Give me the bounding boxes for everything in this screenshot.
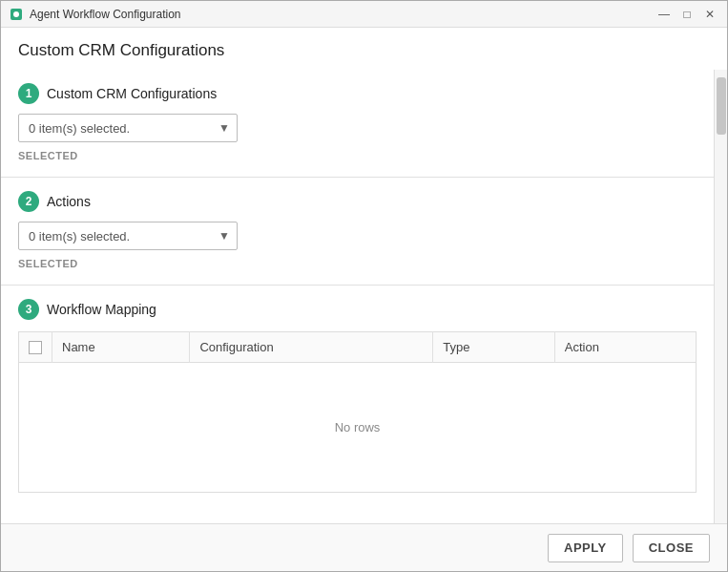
table-header-configuration: Configuration [190, 332, 433, 363]
crm-configurations-dropdown[interactable]: 0 item(s) selected. [18, 114, 238, 142]
table-header-action: Action [554, 332, 696, 363]
page-title: Custom CRM Configurations [1, 28, 727, 70]
no-rows-cell: No rows [19, 363, 697, 493]
title-bar: Agent Workflow Configuration — □ ✕ [1, 1, 727, 28]
table-header-row: Name Configuration Type Action [19, 332, 697, 363]
section1-header: 1 Custom CRM Configurations [18, 83, 697, 104]
table-header-type: Type [433, 332, 555, 363]
select-all-checkbox[interactable] [29, 341, 42, 354]
main-panel: 1 Custom CRM Configurations 0 item(s) se… [1, 70, 714, 523]
step1-badge: 1 [18, 83, 39, 104]
crm-selected-label: SELECTED [18, 150, 697, 161]
app-icon [9, 7, 24, 22]
crm-dropdown-wrapper: 0 item(s) selected. ▼ [18, 114, 238, 142]
table-header-name: Name [52, 332, 190, 363]
window-controls: — □ ✕ [655, 5, 719, 24]
table-body: No rows [19, 363, 697, 493]
step3-badge: 3 [18, 299, 39, 320]
section2-header: 2 Actions [18, 191, 697, 212]
crm-configurations-section: 1 Custom CRM Configurations 0 item(s) se… [1, 70, 714, 178]
actions-dropdown-wrapper: 0 item(s) selected. ▼ [18, 222, 238, 250]
app-window: Agent Workflow Configuration — □ ✕ Custo… [0, 0, 728, 572]
table-header-checkbox-col [19, 332, 52, 363]
section2-title: Actions [47, 194, 91, 209]
close-button[interactable]: CLOSE [633, 534, 710, 562]
footer: APPLY CLOSE [1, 523, 727, 571]
scrollbar-track[interactable] [714, 70, 727, 523]
actions-section: 2 Actions 0 item(s) selected. ▼ SELECTED [1, 178, 714, 286]
actions-dropdown[interactable]: 0 item(s) selected. [18, 222, 238, 250]
minimize-button[interactable]: — [655, 5, 674, 24]
workflow-table: Name Configuration Type Action [18, 331, 697, 493]
apply-button[interactable]: APPLY [548, 534, 623, 562]
section3-title: Workflow Mapping [47, 302, 156, 317]
select-all-checkbox-wrapper [29, 341, 42, 354]
workflow-mapping-section: 3 Workflow Mapping Name [1, 286, 714, 502]
step2-badge: 2 [18, 191, 39, 212]
scrollbar-thumb[interactable] [717, 77, 726, 135]
svg-point-1 [13, 11, 19, 17]
title-bar-text: Agent Workflow Configuration [30, 8, 655, 21]
maximize-button[interactable]: □ [677, 5, 697, 24]
section1-title: Custom CRM Configurations [47, 86, 217, 101]
no-rows-row: No rows [19, 363, 697, 493]
window-close-button[interactable]: ✕ [700, 5, 719, 24]
section3-header: 3 Workflow Mapping [18, 299, 697, 320]
actions-selected-label: SELECTED [18, 258, 697, 269]
content-area: 1 Custom CRM Configurations 0 item(s) se… [1, 70, 727, 523]
